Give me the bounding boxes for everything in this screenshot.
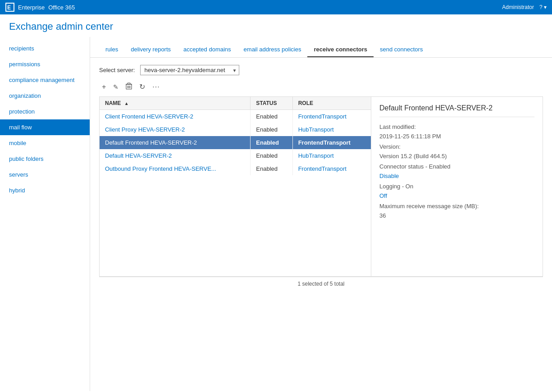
add-button[interactable]: + — [99, 81, 109, 93]
detail-version-label: Version: — [379, 143, 534, 150]
table-header: NAME ▲ STATUS ROLE — [100, 97, 371, 110]
svg-rect-4 — [128, 83, 130, 84]
row-name: Default HEVA-SERVER-2 — [100, 149, 251, 162]
table-row[interactable]: Default Frontend HEVA-SERVER-2 Enabled F… — [100, 136, 371, 149]
table-container: NAME ▲ STATUS ROLE Client Frontend HEVA-… — [99, 96, 543, 277]
row-status: Enabled — [251, 149, 292, 162]
row-role: FrontendTransport — [292, 162, 371, 175]
toolbar: + ✎ ↻ ··· — [99, 81, 543, 93]
detail-connector-status: Connector status - Enabled — [379, 163, 534, 170]
sidebar-item-compliance-management[interactable]: compliance management — [0, 72, 90, 88]
svg-text:E: E — [7, 5, 11, 11]
disable-link[interactable]: Disable — [379, 173, 399, 179]
col-name[interactable]: NAME ▲ — [100, 97, 251, 110]
sidebar-item-mail-flow[interactable]: mail flow — [0, 119, 90, 135]
server-select-label: Select server: — [99, 67, 135, 73]
detail-version-value: Version 15.2 (Build 464.5) — [379, 153, 534, 160]
row-name: Outbound Proxy Frontend HEVA-SERVE... — [100, 162, 251, 175]
top-bar: E Enterprise Office 365 Administrator ? … — [0, 0, 552, 14]
edit-button[interactable]: ✎ — [110, 82, 121, 92]
detail-disable-row: Disable — [379, 173, 534, 179]
row-name: Default Frontend HEVA-SERVER-2 — [100, 136, 251, 149]
detail-max-size-value: 36 — [379, 212, 534, 219]
sidebar-item-recipients[interactable]: recipients — [0, 41, 90, 56]
tab-send-connectors[interactable]: send connectors — [374, 43, 429, 57]
row-role: FrontendTransport — [292, 136, 371, 149]
sidebar-item-permissions[interactable]: permissions — [0, 56, 90, 72]
status-bar: 1 selected of 5 total — [99, 277, 543, 291]
page-title: Exchange admin center — [0, 14, 552, 37]
main-content: rules delivery reports accepted domains … — [90, 37, 552, 391]
detail-panel: Default Frontend HEVA-SERVER-2 Last modi… — [371, 97, 543, 276]
status-text: 1 selected of 5 total — [297, 281, 344, 287]
tab-accepted-domains[interactable]: accepted domains — [177, 43, 237, 57]
table-row[interactable]: Client Proxy HEVA-SERVER-2 Enabled HubTr… — [100, 123, 371, 136]
table-row[interactable]: Outbound Proxy Frontend HEVA-SERVE... En… — [100, 162, 371, 175]
app-enterprise: Enterprise — [18, 4, 45, 11]
server-select-row: Select server: heva-server-2.heyvaldemar… — [99, 65, 543, 75]
sidebar-item-hybrid[interactable]: hybrid — [0, 182, 90, 198]
delete-button[interactable] — [123, 81, 135, 93]
tab-delivery-reports[interactable]: delivery reports — [124, 43, 177, 57]
app-office365: Office 365 — [48, 4, 75, 11]
tab-rules[interactable]: rules — [99, 43, 124, 57]
help-icon[interactable]: ? ▾ — [539, 4, 547, 10]
connector-rows: Client Frontend HEVA-SERVER-2 Enabled Fr… — [100, 110, 371, 176]
table-row[interactable]: Default HEVA-SERVER-2 Enabled HubTranspo… — [100, 149, 371, 162]
row-role: HubTransport — [292, 123, 371, 136]
sort-asc-icon: ▲ — [124, 101, 129, 106]
sidebar-item-protection[interactable]: protection — [0, 104, 90, 119]
row-status: Enabled — [251, 162, 292, 175]
sidebar-item-servers[interactable]: servers — [0, 167, 90, 182]
connector-table: NAME ▲ STATUS ROLE Client Frontend HEVA-… — [100, 97, 371, 175]
row-name: Client Proxy HEVA-SERVER-2 — [100, 123, 251, 136]
sub-nav: rules delivery reports accepted domains … — [90, 37, 552, 58]
server-select-wrapper[interactable]: heva-server-2.heyvaldemar.net ▼ — [140, 65, 239, 75]
connector-list: NAME ▲ STATUS ROLE Client Frontend HEVA-… — [100, 97, 371, 276]
row-role: FrontendTransport — [292, 110, 371, 123]
row-role: HubTransport — [292, 149, 371, 162]
server-select-dropdown[interactable]: heva-server-2.heyvaldemar.net — [140, 65, 239, 75]
refresh-button[interactable]: ↻ — [137, 81, 148, 93]
sidebar-item-public-folders[interactable]: public folders — [0, 151, 90, 167]
row-status: Enabled — [251, 110, 292, 123]
row-status: Enabled — [251, 123, 292, 136]
detail-last-modified-label: Last modified: — [379, 123, 534, 130]
top-bar-left: E Enterprise Office 365 — [5, 3, 75, 12]
sidebar-item-organization[interactable]: organization — [0, 88, 90, 104]
detail-title: Default Frontend HEVA-SERVER-2 — [379, 104, 534, 117]
table-row[interactable]: Client Frontend HEVA-SERVER-2 Enabled Fr… — [100, 110, 371, 123]
app-logo: E — [5, 3, 14, 12]
row-name: Client Frontend HEVA-SERVER-2 — [100, 110, 251, 123]
col-status[interactable]: STATUS — [251, 97, 292, 110]
detail-last-modified-value: 2019-11-25 6:11:18 PM — [379, 133, 534, 140]
sidebar: recipients permissions compliance manage… — [0, 37, 90, 391]
user-label[interactable]: Administrator — [502, 4, 534, 10]
content-area: Select server: heva-server-2.heyvaldemar… — [90, 58, 552, 298]
more-button[interactable]: ··· — [150, 81, 162, 93]
detail-logging-label: Logging - On — [379, 183, 534, 190]
main-layout: recipients permissions compliance manage… — [0, 37, 552, 391]
detail-max-size-label: Maximum receive message size (MB): — [379, 203, 534, 210]
off-link[interactable]: Off — [379, 192, 387, 199]
tab-email-address-policies[interactable]: email address policies — [237, 43, 308, 57]
row-status: Enabled — [251, 136, 292, 149]
sidebar-item-mobile[interactable]: mobile — [0, 135, 90, 151]
detail-off-row: Off — [379, 192, 534, 199]
col-role[interactable]: ROLE — [292, 97, 371, 110]
tab-receive-connectors[interactable]: receive connectors — [307, 43, 374, 57]
top-bar-right: Administrator ? ▾ — [502, 4, 547, 10]
